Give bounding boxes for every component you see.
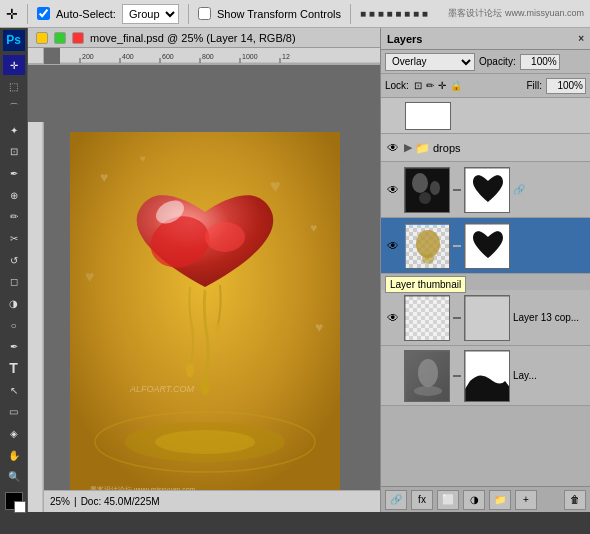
layer-group-drops[interactable]: 👁 ▶ 📁 drops <box>381 134 590 162</box>
move-tool[interactable]: ✛ <box>3 55 25 76</box>
image-canvas: ♥ ♥ ♥ ♥ ♥ ♥ <box>60 122 380 512</box>
folder-icon: 📁 <box>415 141 430 155</box>
status-bar: 25% | Doc: 45.0M/225M <box>44 490 380 512</box>
transform-checkbox[interactable] <box>198 7 211 20</box>
svg-rect-55 <box>465 389 510 402</box>
svg-text:800: 800 <box>202 53 214 60</box>
doc-titlebar: move_final.psd @ 25% (Layer 14, RGB/8) <box>28 28 380 48</box>
layer-row[interactable]: 👁 <box>381 162 590 218</box>
svg-point-25 <box>200 377 210 395</box>
close-button[interactable] <box>72 32 84 44</box>
blend-mode-select[interactable]: Overlay Normal Multiply Screen <box>385 53 475 71</box>
opacity-input[interactable] <box>520 54 560 70</box>
eyedropper-tool[interactable]: ✒ <box>3 163 25 184</box>
lock-image-btn[interactable]: ✏ <box>425 79 435 92</box>
layer-thumbnail <box>404 350 450 402</box>
svg-text:♥: ♥ <box>140 153 146 164</box>
lock-icons: ⊡ ✏ ✛ 🔒 <box>413 79 463 92</box>
fill-label: Fill: <box>526 80 542 91</box>
layer-thumbnail <box>404 167 450 213</box>
layer-thumbnail <box>404 295 450 341</box>
svg-text:♥: ♥ <box>100 169 108 185</box>
svg-text:600: 600 <box>162 53 174 60</box>
auto-select-checkbox[interactable] <box>37 7 50 20</box>
eye-icon[interactable]: 👁 <box>385 140 401 156</box>
pen-tool[interactable]: ✒ <box>3 336 25 357</box>
auto-select-label: Auto-Select: <box>56 8 116 20</box>
layer-row[interactable] <box>381 98 590 134</box>
thumb-connect <box>453 317 461 319</box>
ruler-vertical <box>28 122 44 512</box>
eye-icon[interactable]: 👁 <box>385 182 401 198</box>
brush-tool[interactable]: ✏ <box>3 206 25 227</box>
shape-tool[interactable]: ▭ <box>3 401 25 422</box>
eye-icon[interactable]: 👁 <box>385 310 401 326</box>
layer-mask-btn[interactable]: ⬜ <box>437 490 459 510</box>
svg-point-40 <box>416 230 440 258</box>
ruler-corner <box>28 48 44 64</box>
svg-point-26 <box>215 323 221 333</box>
svg-text:12: 12 <box>282 53 290 60</box>
svg-text:1000: 1000 <box>242 53 258 60</box>
layer-row[interactable]: 👁 Layer 13 cop... <box>381 290 590 346</box>
svg-point-34 <box>430 181 440 195</box>
new-layer-btn[interactable]: + <box>515 490 537 510</box>
layer-row-selected[interactable]: 👁 <box>381 218 590 274</box>
lock-position-btn[interactable]: ✛ <box>437 79 447 92</box>
lasso-tool[interactable]: ⌒ <box>3 98 25 119</box>
layer-mask-thumbnail <box>464 350 510 402</box>
thumb-connect <box>453 245 461 247</box>
svg-text:400: 400 <box>122 53 134 60</box>
adjustment-layer-btn[interactable]: ◑ <box>463 490 485 510</box>
ruler-horizontal: 200 400 600 800 1000 12 <box>60 48 380 64</box>
3d-tool[interactable]: ◈ <box>3 423 25 444</box>
main-area: Ps ✛ ⬚ ⌒ ✦ ⊡ ✒ ⊕ ✏ ✂ ↺ ◻ ◑ ○ ✒ T ↖ ▭ ◈ ✋… <box>0 28 590 512</box>
svg-text:♥: ♥ <box>270 176 281 196</box>
thumb-connect <box>453 189 461 191</box>
fill-input[interactable] <box>546 78 586 94</box>
top-toolbar: ✛ Auto-Select: Group Layer Show Transfor… <box>0 0 590 28</box>
clone-stamp-tool[interactable]: ✂ <box>3 228 25 249</box>
path-select-tool[interactable]: ↖ <box>3 380 25 401</box>
lock-transparent-btn[interactable]: ⊡ <box>413 79 423 92</box>
layer-name: Layer 13 cop... <box>513 312 586 323</box>
zoom-level: 25% <box>50 496 70 507</box>
gradient-tool[interactable]: ◑ <box>3 293 25 314</box>
eraser-tool[interactable]: ◻ <box>3 271 25 292</box>
document-title: move_final.psd @ 25% (Layer 14, RGB/8) <box>90 32 296 44</box>
auto-select-dropdown[interactable]: Group Layer <box>122 4 179 24</box>
lock-all-btn[interactable]: 🔒 <box>449 79 463 92</box>
doc-info: Doc: 45.0M/225M <box>81 496 160 507</box>
history-brush-tool[interactable]: ↺ <box>3 250 25 271</box>
svg-point-52 <box>414 386 442 396</box>
crop-tool[interactable]: ⊡ <box>3 141 25 162</box>
magic-wand-tool[interactable]: ✦ <box>3 120 25 141</box>
layer-mask-thumbnail <box>464 223 510 269</box>
photoshop-logo: Ps <box>3 30 25 51</box>
layers-panel-close[interactable]: × <box>578 33 584 44</box>
dodge-tool[interactable]: ○ <box>3 315 25 336</box>
arrange-icons: ■ ■ ■ ■ ■ ■ ■ ■ <box>360 8 428 19</box>
layer-row[interactable]: Lay... <box>381 346 590 406</box>
new-group-btn[interactable]: 📁 <box>489 490 511 510</box>
rectangle-select-tool[interactable]: ⬚ <box>3 76 25 97</box>
blend-mode-row: Overlay Normal Multiply Screen Opacity: <box>381 50 590 74</box>
healing-brush-tool[interactable]: ⊕ <box>3 185 25 206</box>
zoom-tool[interactable]: 🔍 <box>3 466 25 487</box>
svg-point-35 <box>419 192 431 204</box>
layer-effects-btn[interactable]: fx <box>411 490 433 510</box>
link-layers-btn[interactable]: 🔗 <box>385 490 407 510</box>
eye-icon[interactable] <box>385 368 401 384</box>
layers-panel-title: Layers × <box>381 28 590 50</box>
minimize-button[interactable] <box>36 32 48 44</box>
delete-layer-btn[interactable]: 🗑 <box>564 490 586 510</box>
svg-rect-45 <box>405 296 450 341</box>
svg-point-22 <box>205 222 245 252</box>
svg-point-29 <box>155 430 255 454</box>
hand-tool[interactable]: ✋ <box>3 445 25 466</box>
svg-point-24 <box>186 363 194 377</box>
text-tool[interactable]: T <box>3 358 25 379</box>
eye-icon[interactable]: 👁 <box>385 238 401 254</box>
svg-text:200: 200 <box>82 53 94 60</box>
maximize-button[interactable] <box>54 32 66 44</box>
